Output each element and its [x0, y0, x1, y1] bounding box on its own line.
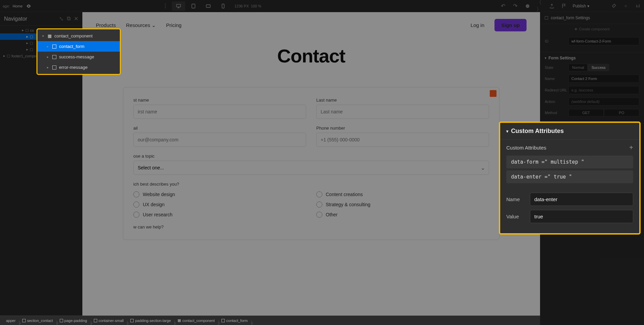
nav-products[interactable]: Products — [96, 22, 116, 28]
crumb-item[interactable]: container-small — [90, 319, 127, 323]
brush-icon[interactable] — [610, 3, 617, 9]
caret-icon[interactable]: ▾ — [42, 34, 45, 38]
radio-icon — [316, 212, 322, 218]
describes-label: ich best describes you? — [133, 182, 489, 187]
radio-icon — [133, 191, 139, 197]
tree-item-contact-component[interactable]: ▾ ▦ contact_component — [37, 31, 120, 41]
caret-icon[interactable]: ▸ — [47, 55, 50, 59]
block-icon — [60, 319, 63, 322]
device-tablet-landscape-icon[interactable] — [202, 1, 215, 11]
export-icon[interactable] — [548, 3, 555, 9]
caret-icon[interactable]: ▾ — [506, 129, 508, 134]
crumb-item[interactable]: contact_form — [218, 319, 251, 323]
form-name-input[interactable] — [568, 75, 639, 83]
flag-icon[interactable] — [561, 3, 567, 9]
radio-icon — [133, 212, 139, 218]
state-success-button[interactable]: Success — [588, 64, 609, 71]
svg-point-6 — [527, 6, 528, 6]
svg-rect-2 — [206, 5, 210, 7]
contact-form[interactable]: st name Last name ail Phone number ose a… — [123, 87, 500, 240]
radio-option[interactable]: Website design — [133, 191, 306, 197]
crumb-item[interactable]: ▦contact_component — [174, 318, 218, 323]
gear-icon[interactable] — [622, 3, 629, 9]
attribute-item[interactable]: data-form =" multistep " — [506, 156, 633, 168]
last-name-input[interactable] — [316, 105, 489, 119]
signup-button[interactable]: Sign up — [494, 19, 527, 31]
create-component-button[interactable]: ◈ Create component — [540, 24, 644, 34]
device-mobile-icon[interactable] — [216, 1, 230, 11]
redo-icon[interactable]: ↷ — [512, 3, 519, 9]
interactions-icon[interactable] — [635, 3, 641, 9]
collapse-icon[interactable]: ⤡ — [59, 16, 63, 22]
tree-item-contact-form[interactable]: ▸ contact_form — [37, 41, 120, 52]
nav-resources[interactable]: Resources ⌄ — [126, 22, 156, 28]
crumb-item[interactable]: apper — [3, 319, 19, 323]
caret-icon[interactable]: ▾ — [545, 56, 546, 60]
crumb-item[interactable]: padding-section-large — [127, 319, 174, 323]
attr-name-label: Name — [506, 196, 530, 202]
block-icon — [52, 45, 56, 49]
email-label: ail — [133, 126, 306, 131]
comment-icon[interactable] — [524, 3, 531, 9]
crumb-item[interactable]: page-padding — [56, 319, 90, 323]
site-nav: Products Resources ⌄ Pricing Log in Sign… — [82, 12, 540, 38]
device-tablet-icon[interactable] — [187, 1, 200, 11]
close-icon[interactable]: ✕ — [74, 16, 78, 22]
add-attribute-button[interactable]: + — [629, 144, 633, 152]
canvas-width: 1236 — [235, 4, 243, 8]
help-label: w can we help? — [133, 224, 489, 229]
page-prefix: age: — [3, 4, 10, 8]
block-icon — [22, 319, 26, 322]
caret-icon[interactable]: ▸ — [47, 65, 50, 69]
attr-name-input[interactable] — [530, 193, 633, 206]
attr-value-input[interactable] — [530, 210, 633, 223]
id-label: ID — [545, 39, 568, 43]
email-input[interactable] — [133, 133, 306, 147]
toolbar-menu-icon[interactable]: ⋮ — [160, 1, 170, 11]
publish-button[interactable]: Publish ▾ — [573, 4, 589, 8]
tree-item-error-message[interactable]: ▸ error-message — [37, 62, 120, 73]
method-post-button[interactable]: PO — [604, 109, 639, 116]
radio-option[interactable]: Content creations — [316, 191, 489, 197]
crumb-item[interactable]: section_contact — [19, 319, 56, 323]
state-normal-button[interactable]: Normal — [568, 64, 588, 71]
custom-attributes-panel: ▾ Custom Attributes Custom Attributes + … — [499, 121, 641, 235]
id-input[interactable] — [568, 37, 639, 45]
radio-option[interactable]: Strategy & consulting — [316, 201, 489, 208]
preview-icon[interactable] — [25, 3, 32, 9]
radio-option[interactable]: UX design — [133, 201, 306, 208]
breadcrumb: apper section_contact page-padding conta… — [0, 316, 540, 325]
undo-icon[interactable]: ↶ — [500, 3, 507, 9]
selection-badge-icon — [490, 90, 497, 97]
redirect-label: Redirect URL — [545, 88, 568, 92]
redirect-input[interactable] — [568, 86, 639, 94]
canvas-width-unit: PX — [244, 4, 249, 8]
topic-select[interactable]: Select one... — [133, 161, 489, 175]
caret-icon[interactable]: ▸ — [47, 45, 50, 48]
nav-login[interactable]: Log in — [471, 22, 484, 28]
page-heading: Contact — [82, 45, 540, 67]
nav-pricing[interactable]: Pricing — [166, 22, 182, 28]
radio-icon — [316, 191, 322, 197]
svg-point-5 — [527, 6, 527, 6]
last-name-label: Last name — [316, 98, 489, 103]
chevron-down-icon: ⌄ — [152, 22, 156, 28]
method-get-button[interactable]: GET — [568, 109, 604, 116]
block-icon — [52, 55, 56, 59]
device-desktop-icon[interactable] — [172, 1, 185, 11]
tree-item-success-message[interactable]: ▸ success-message — [37, 52, 120, 62]
chevron-down-icon: ⌄ — [481, 165, 485, 171]
svg-point-8 — [625, 6, 626, 6]
zoom-level: 100 — [251, 4, 257, 8]
radio-option[interactable]: Other — [316, 212, 489, 218]
code-icon[interactable]: 〈 〉 — [536, 3, 543, 9]
first-name-input[interactable] — [133, 105, 306, 119]
radio-option[interactable]: User research — [133, 212, 306, 218]
block-icon — [221, 319, 225, 322]
page-name[interactable]: Home — [12, 4, 22, 8]
attribute-item[interactable]: data-enter =" true " — [506, 170, 633, 183]
action-input[interactable] — [568, 98, 639, 106]
popout-icon[interactable]: ⧉ — [67, 16, 71, 22]
phone-input[interactable] — [316, 133, 489, 147]
phone-label: Phone number — [316, 126, 489, 131]
